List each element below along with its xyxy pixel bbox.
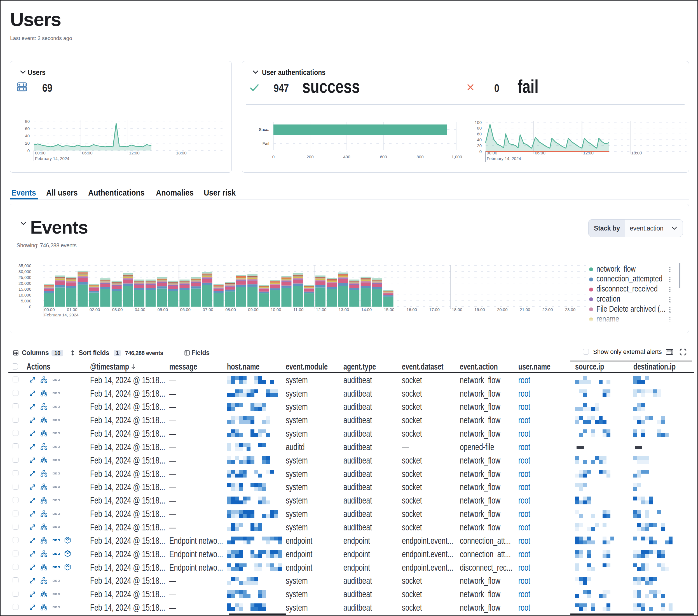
svg-text:17:00: 17:00	[429, 307, 440, 312]
svg-text:12:00: 12:00	[129, 151, 140, 155]
svg-text:15:00: 15:00	[384, 307, 395, 312]
svg-text:18:00: 18:00	[176, 151, 187, 155]
svg-text:0: 0	[479, 149, 481, 154]
svg-text:10:00: 10:00	[271, 307, 281, 312]
svg-text:February 14, 2024: February 14, 2024	[487, 156, 521, 161]
svg-text:12:00: 12:00	[316, 307, 326, 312]
svg-text:06:00: 06:00	[82, 151, 93, 155]
svg-text:0: 0	[27, 148, 30, 153]
svg-text:22:00: 22:00	[542, 307, 553, 312]
svg-text:30,000: 30,000	[18, 269, 31, 274]
svg-text:15,000: 15,000	[18, 287, 31, 291]
svg-text:18:00: 18:00	[452, 307, 462, 312]
svg-text:21:00: 21:00	[520, 307, 530, 312]
svg-text:1,000: 1,000	[451, 154, 462, 159]
svg-text:5,000: 5,000	[21, 299, 31, 303]
svg-text:19:00: 19:00	[474, 307, 485, 312]
svg-text:40: 40	[477, 137, 481, 142]
svg-text:23:00: 23:00	[565, 307, 576, 312]
svg-text:Fail: Fail	[263, 141, 269, 146]
svg-text:00:00: 00:00	[487, 151, 497, 155]
svg-text:400: 400	[343, 154, 350, 159]
svg-text:600: 600	[380, 154, 387, 159]
svg-text:03:00: 03:00	[112, 307, 123, 312]
svg-text:60: 60	[477, 131, 481, 136]
svg-text:20,000: 20,000	[18, 281, 31, 286]
svg-text:80: 80	[477, 126, 481, 130]
svg-text:100: 100	[475, 120, 481, 125]
svg-text:09:00: 09:00	[248, 307, 259, 312]
svg-text:25,000: 25,000	[18, 275, 31, 280]
svg-text:February 14, 2024: February 14, 2024	[44, 313, 79, 317]
svg-text:10,000: 10,000	[18, 292, 31, 297]
svg-text:800: 800	[417, 154, 423, 159]
svg-text:00:00: 00:00	[35, 151, 46, 155]
svg-text:06:00: 06:00	[535, 151, 545, 155]
svg-text:Succ.: Succ.	[259, 127, 269, 132]
svg-text:16:00: 16:00	[406, 307, 417, 312]
svg-text:14:00: 14:00	[361, 307, 372, 312]
svg-text:02:00: 02:00	[89, 307, 100, 312]
svg-text:04:00: 04:00	[135, 307, 145, 312]
svg-text:07:00: 07:00	[203, 307, 213, 312]
svg-text:06:00: 06:00	[180, 307, 191, 312]
svg-text:18:00: 18:00	[631, 151, 642, 155]
svg-text:20: 20	[477, 143, 481, 148]
svg-text:01:00: 01:00	[67, 307, 78, 312]
svg-text:35,000: 35,000	[18, 263, 31, 268]
svg-text:05:00: 05:00	[157, 307, 168, 312]
svg-text:12:00: 12:00	[583, 151, 594, 155]
svg-text:0: 0	[29, 304, 31, 309]
svg-text:0: 0	[272, 154, 275, 159]
svg-text:13:00: 13:00	[339, 307, 349, 312]
svg-text:80: 80	[25, 119, 30, 124]
svg-text:20:00: 20:00	[497, 307, 508, 312]
svg-text:00:00: 00:00	[44, 307, 55, 312]
svg-text:11:00: 11:00	[293, 307, 303, 312]
svg-text:February 14, 2024: February 14, 2024	[35, 156, 69, 161]
svg-text:200: 200	[306, 154, 313, 159]
svg-text:08:00: 08:00	[225, 307, 236, 312]
svg-text:60: 60	[25, 126, 30, 131]
svg-text:40: 40	[25, 133, 30, 138]
svg-text:20: 20	[25, 141, 30, 145]
